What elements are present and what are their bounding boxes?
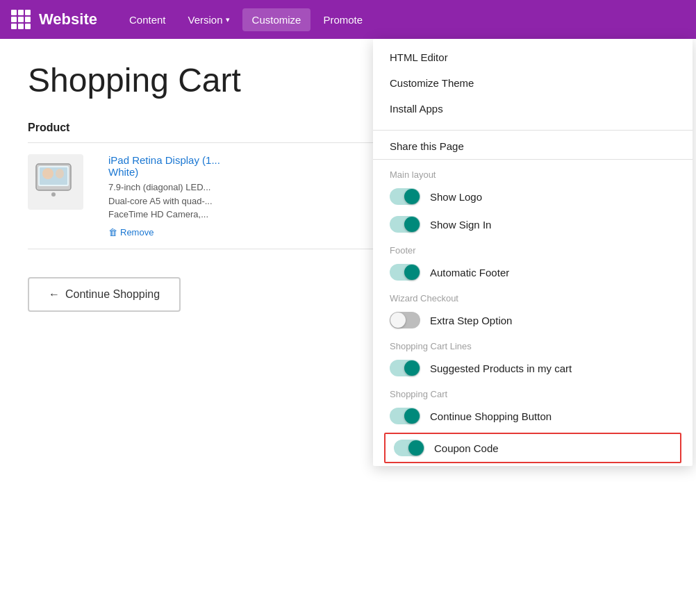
extra-step-toggle[interactable] <box>390 312 420 328</box>
arrow-left-icon: ← <box>49 288 60 301</box>
col-product: Product <box>28 116 97 143</box>
coupon-code-toggle[interactable] <box>394 440 424 456</box>
toggle-continue-shopping: Continue Shopping Button <box>373 402 693 430</box>
suggested-products-toggle[interactable] <box>390 360 420 376</box>
customize-theme-item[interactable]: Customize Theme <box>373 70 693 96</box>
toggle-show-signin: Show Sign In <box>373 210 693 238</box>
toggle-coupon-code-row: Coupon Code <box>384 433 681 463</box>
navbar-nav: Content Version ▾ Customize Promote <box>119 8 685 31</box>
section-shopping-cart: Shopping Cart <box>373 382 693 402</box>
automatic-footer-toggle[interactable] <box>390 264 420 281</box>
html-editor-item[interactable]: HTML Editor <box>373 44 693 70</box>
show-signin-toggle[interactable] <box>390 216 420 233</box>
navbar: Website Content Version ▾ Customize Prom… <box>0 0 696 39</box>
trash-icon: 🗑 <box>108 227 117 238</box>
continue-shopping-button[interactable]: ← Continue Shopping <box>28 277 181 312</box>
nav-promote[interactable]: Promote <box>313 8 372 31</box>
customize-dropdown: HTML Editor Customize Theme Install Apps… <box>373 39 693 466</box>
divider-1 <box>373 130 693 131</box>
nav-version[interactable]: Version ▾ <box>179 8 240 31</box>
nav-content[interactable]: Content <box>119 8 176 31</box>
ipad-image <box>31 157 81 207</box>
chevron-down-icon: ▾ <box>226 15 230 24</box>
svg-point-5 <box>56 169 64 178</box>
continue-shopping-toggle[interactable] <box>390 408 420 424</box>
show-logo-toggle[interactable] <box>390 188 420 205</box>
section-main-layout: Main layout <box>373 163 693 183</box>
install-apps-item[interactable]: Install Apps <box>373 96 693 122</box>
dropdown-top-section: HTML Editor Customize Theme Install Apps <box>373 39 693 127</box>
toggle-extra-step: Extra Step Option <box>373 306 693 334</box>
section-footer: Footer <box>373 238 693 258</box>
nav-customize[interactable]: Customize <box>242 8 311 31</box>
toggle-suggested-products: Suggested Products in my cart <box>373 354 693 382</box>
svg-point-3 <box>51 192 56 197</box>
toggle-show-logo: Show Logo <box>373 183 693 210</box>
share-label: Share this Page <box>373 133 693 156</box>
toggle-automatic-footer: Automatic Footer <box>373 258 693 286</box>
divider-2 <box>373 159 693 160</box>
section-cart-lines: Shopping Cart Lines <box>373 334 693 354</box>
navbar-brand[interactable]: Website <box>39 10 97 28</box>
section-wizard-checkout: Wizard Checkout <box>373 286 693 306</box>
grid-icon[interactable] <box>11 10 31 29</box>
svg-point-4 <box>42 168 53 179</box>
product-image <box>28 154 83 210</box>
